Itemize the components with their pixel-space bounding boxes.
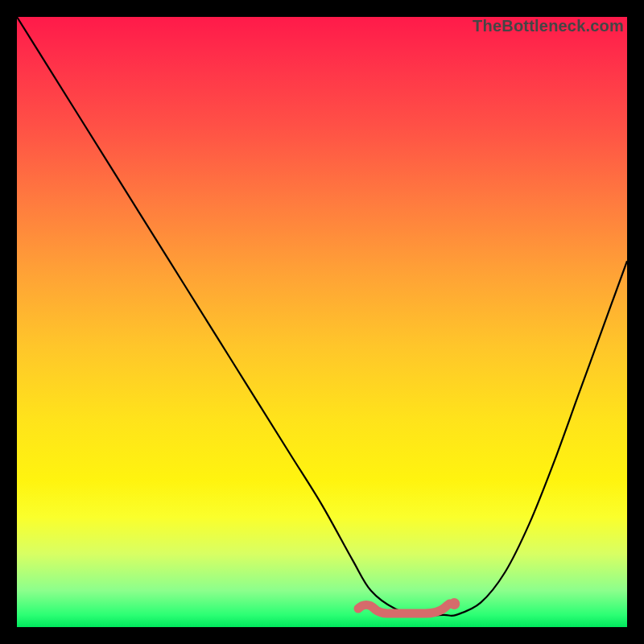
optimal-marker <box>353 596 465 620</box>
curve-line <box>17 17 627 616</box>
chart-frame: TheBottleneck.com <box>17 17 627 627</box>
watermark-text: TheBottleneck.com <box>473 17 624 35</box>
optimal-marker-endpoint <box>449 598 460 609</box>
bottleneck-curve <box>17 17 627 627</box>
optimal-marker-path <box>358 604 449 613</box>
